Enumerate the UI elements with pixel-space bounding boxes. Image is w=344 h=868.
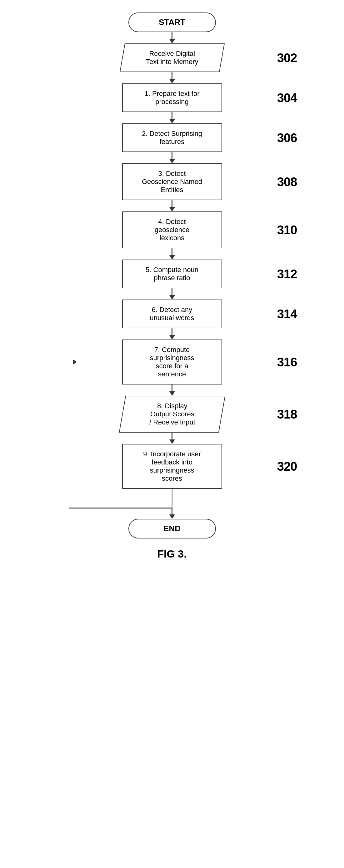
ref-310: 310 bbox=[277, 223, 297, 237]
node-314-row: 6. Detect anyunusual words 314 bbox=[32, 300, 313, 328]
node-318: 8. DisplayOutput Scores/ Receive Input bbox=[119, 396, 225, 433]
arrow-7 bbox=[169, 288, 175, 300]
node-320-row: 9. Incorporate userfeedback intosurprisi… bbox=[32, 444, 313, 489]
node-302: Receive DigitalText into Memory bbox=[119, 43, 224, 72]
arrow-5 bbox=[169, 200, 175, 212]
node-312-row: 5. Compute nounphrase ratio 312 bbox=[32, 259, 313, 288]
ref-316: 316 bbox=[277, 355, 297, 369]
node-308: 3. DetectGeoscience NamedEntities bbox=[122, 163, 222, 200]
ref-306: 306 bbox=[277, 131, 297, 145]
node-318-row: 8. DisplayOutput Scores/ Receive Input 3… bbox=[32, 396, 313, 433]
flowchart-container: START Receive DigitalText into Memory 30… bbox=[32, 12, 313, 849]
arrow-8 bbox=[169, 328, 175, 340]
node-310-row: 4. Detectgeosciencelexicons 310 bbox=[32, 212, 313, 248]
loop-line-left bbox=[69, 507, 172, 508]
ref-320: 320 bbox=[277, 460, 297, 473]
node-304-row: 1. Prepare text forprocessing 304 bbox=[32, 83, 313, 112]
start-node: START bbox=[32, 12, 313, 32]
node-316-row: 7. Computesurprisingnessscore for asente… bbox=[32, 340, 313, 384]
node-308-row: 3. DetectGeoscience NamedEntities 308 bbox=[32, 163, 313, 200]
ref-302: 302 bbox=[277, 51, 297, 65]
loop-line-down bbox=[171, 489, 173, 507]
arrow-3 bbox=[169, 112, 175, 123]
end-node: END bbox=[32, 519, 313, 538]
ref-304: 304 bbox=[277, 91, 297, 105]
loop-arrow-indicator bbox=[67, 360, 77, 365]
start-oval: START bbox=[128, 12, 216, 32]
node-312: 5. Compute nounphrase ratio bbox=[122, 259, 222, 288]
node-306-row: 2. Detect Surprisingfeatures 306 bbox=[32, 123, 313, 152]
loop-connector bbox=[32, 489, 313, 507]
arrow-10 bbox=[169, 433, 175, 444]
ref-312: 312 bbox=[277, 267, 297, 281]
node-310: 4. Detectgeosciencelexicons bbox=[122, 212, 222, 248]
node-316: 7. Computesurprisingnessscore for asente… bbox=[122, 340, 222, 384]
ref-308: 308 bbox=[277, 175, 297, 189]
arrow-1 bbox=[169, 32, 175, 43]
node-302-row: Receive DigitalText into Memory 302 bbox=[32, 43, 313, 72]
node-314: 6. Detect anyunusual words bbox=[122, 300, 222, 328]
arrow-11 bbox=[169, 507, 175, 519]
end-oval: END bbox=[128, 519, 216, 538]
node-304: 1. Prepare text forprocessing bbox=[122, 83, 222, 112]
arrow-9 bbox=[169, 384, 175, 396]
figure-label: FIG 3. bbox=[157, 548, 187, 560]
arrow-4 bbox=[169, 152, 175, 163]
node-320: 9. Incorporate userfeedback intosurprisi… bbox=[122, 444, 222, 489]
arrow-2 bbox=[169, 72, 175, 83]
ref-318: 318 bbox=[277, 407, 297, 421]
ref-314: 314 bbox=[277, 307, 297, 321]
node-306: 2. Detect Surprisingfeatures bbox=[122, 123, 222, 152]
arrow-6 bbox=[169, 248, 175, 259]
